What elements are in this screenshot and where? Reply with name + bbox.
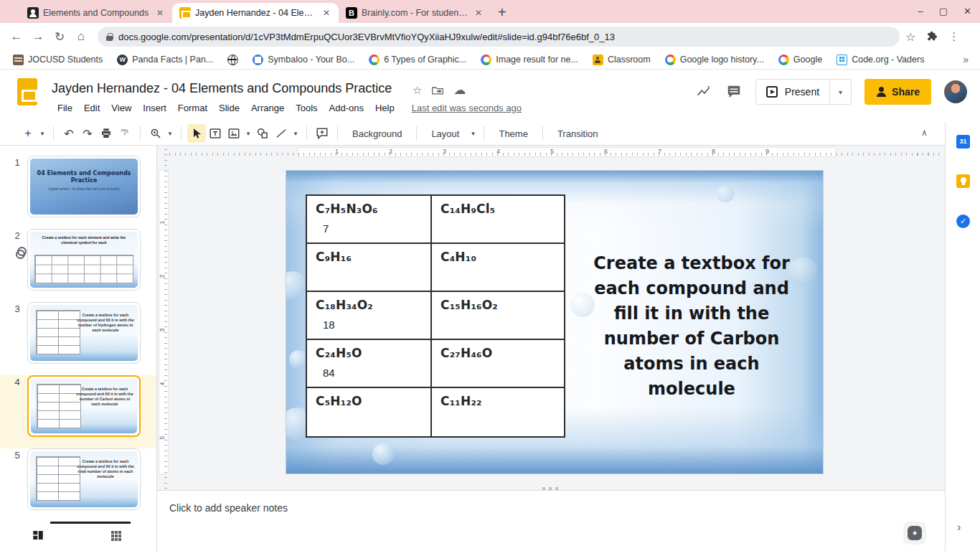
shape-icon[interactable]	[253, 124, 272, 143]
compound-cell[interactable]: C₁₁H₂₂	[432, 388, 564, 436]
compound-cell[interactable]: C₉H₁₆	[307, 244, 432, 291]
line-caret[interactable]: ▾	[291, 130, 301, 137]
slide-thumbnail-row-4-selected[interactable]: 4 Create a textbox for each compound and…	[0, 375, 156, 448]
slide-editor-page[interactable]: C₇H₅N₃O₆ 7 C₁₄H₉Cl₅ C₉H₁₆ C₄H₁₀	[286, 170, 824, 474]
undo-icon[interactable]: ↶	[60, 124, 78, 143]
home-icon[interactable]: ⌂	[70, 29, 92, 44]
url-text[interactable]: docs.google.com/presentation/d/1cVP3tMdm…	[118, 32, 615, 42]
present-button[interactable]: Present ▾	[755, 79, 852, 105]
line-tool-icon[interactable]	[272, 124, 291, 143]
close-window-button[interactable]: ✕	[963, 6, 971, 17]
slide-instruction-text[interactable]: Create a textbox for each compound and f…	[583, 251, 800, 402]
slide-canvas-area[interactable]: 1 2 3 4 5 6 7 8 9 1 2 3 4 5	[157, 146, 945, 490]
compound-cell[interactable]: C₂₇H₄₆O	[432, 340, 564, 387]
extensions-puzzle-icon[interactable]	[925, 30, 938, 43]
slide-1-thumbnail[interactable]: 04 Elements and Compounds Practice (digi…	[27, 156, 141, 217]
compound-cell[interactable]: C₁₅H₁₆O₂	[432, 292, 564, 339]
slide-thumbnail-row-3[interactable]: 3 Create a textbox for each compound and…	[0, 302, 156, 375]
print-icon[interactable]	[97, 124, 116, 143]
slide-thumbnail-row-1[interactable]: 1 04 Elements and Compounds Practice (di…	[0, 156, 156, 229]
slide-5-thumbnail[interactable]: Create a textbox for each compound and f…	[27, 448, 141, 510]
grid-view-icon[interactable]	[109, 529, 122, 542]
bookmark-codeorg[interactable]: Code.org - Vaders	[831, 52, 930, 67]
notes-resize-handle[interactable]	[542, 487, 558, 490]
student-answer-textbox[interactable]: 7	[323, 222, 430, 235]
select-tool-icon[interactable]	[187, 124, 206, 143]
bookmark-classroom[interactable]: Classroom	[587, 52, 656, 67]
new-tab-button[interactable]: +	[498, 4, 507, 21]
menu-addons[interactable]: Add-ons	[324, 100, 369, 116]
speaker-notes-area[interactable]: Click to add speaker notes ✦	[157, 490, 945, 551]
keep-icon[interactable]	[956, 174, 970, 188]
close-tab-icon[interactable]: ✕	[154, 7, 166, 19]
compound-cell[interactable]: C₄H₁₀	[432, 244, 564, 291]
bookmark-google-logo-history[interactable]: Google logo history...	[659, 52, 770, 67]
new-slide-caret[interactable]: ▾	[37, 130, 47, 137]
collapse-toolbar-icon[interactable]: ∧	[921, 128, 928, 138]
background-button[interactable]: Background	[344, 128, 410, 139]
bookmarks-overflow-icon[interactable]: »	[963, 54, 969, 65]
tab-jayden-hernandez-active[interactable]: Jayden Hernandez - 04 Element ✕	[172, 3, 339, 23]
zoom-caret[interactable]: ▾	[165, 130, 175, 137]
zoom-icon[interactable]	[146, 124, 165, 143]
insert-image-icon[interactable]	[225, 124, 243, 143]
compound-cell[interactable]: C₇H₅N₃O₆ 7	[307, 196, 432, 242]
close-tab-icon[interactable]: ✕	[472, 7, 485, 19]
layout-button[interactable]: Layout	[423, 128, 468, 139]
menu-view[interactable]: View	[105, 100, 137, 116]
slides-logo-icon[interactable]	[17, 78, 37, 105]
bookmark-6-types[interactable]: 6 Types of Graphic...	[363, 52, 472, 67]
slide-2-thumbnail[interactable]: Create a textbox for each element and wr…	[27, 229, 141, 291]
compound-cell[interactable]: C₂₄H₅O 84	[307, 340, 432, 387]
bookmark-symbaloo[interactable]: Symbaloo - Your Bo...	[247, 52, 360, 67]
tab-brainly[interactable]: B Brainly.com - For students. By st ✕	[339, 3, 491, 23]
redo-icon[interactable]: ↷	[78, 124, 97, 143]
filmstrip-view-icon[interactable]	[32, 529, 44, 542]
back-icon[interactable]: ←	[6, 29, 27, 44]
menu-format[interactable]: Format	[172, 100, 213, 116]
student-answer-textbox[interactable]: 18	[323, 319, 430, 331]
minimize-button[interactable]: –	[918, 6, 923, 17]
last-edit-status[interactable]: Last edit was seconds ago	[412, 103, 522, 113]
menu-file[interactable]: File	[52, 100, 78, 116]
new-slide-button[interactable]: +	[19, 124, 37, 143]
layout-caret[interactable]: ▾	[468, 130, 478, 137]
document-title[interactable]: Jayden Hernandez - 04 Elements and Compo…	[52, 81, 392, 96]
move-folder-icon[interactable]	[432, 85, 443, 95]
bookmark-panda-facts[interactable]: WPanda Facts | Pan...	[111, 52, 219, 67]
close-tab-icon[interactable]: ✕	[320, 7, 333, 19]
text-box-icon[interactable]	[206, 124, 225, 143]
browser-menu-icon[interactable]: ⋮	[948, 30, 959, 43]
menu-slide[interactable]: Slide	[213, 100, 245, 116]
address-bar[interactable]: docs.google.com/presentation/d/1cVP3tMdm…	[98, 27, 900, 47]
star-icon[interactable]: ☆	[413, 84, 422, 97]
slide-thumbnail-row-5[interactable]: 5 Create a textbox for each compound and…	[0, 448, 156, 522]
bookmark-google[interactable]: Google	[773, 52, 828, 67]
compound-cell[interactable]: C₁₈H₃₄O₂ 18	[307, 292, 432, 339]
transition-button[interactable]: Transition	[549, 128, 607, 139]
speaker-notes-placeholder[interactable]: Click to add speaker notes	[169, 502, 288, 514]
image-caret[interactable]: ▾	[243, 130, 253, 137]
maximize-button[interactable]: ▢	[939, 6, 948, 17]
filmstrip-scrollbar[interactable]	[50, 522, 131, 524]
slide-4-thumbnail[interactable]: Create a textbox for each compound and f…	[27, 375, 141, 437]
slide-3-thumbnail[interactable]: Create a textbox for each compound and f…	[27, 302, 141, 364]
bookmark-globe[interactable]	[222, 52, 244, 67]
present-dropdown-caret[interactable]: ▾	[829, 79, 851, 105]
bookmark-image-result[interactable]: Image result for ne...	[475, 52, 584, 67]
insert-comment-icon[interactable]	[313, 124, 331, 143]
theme-button[interactable]: Theme	[490, 128, 536, 139]
compound-cell[interactable]: C₁₄H₉Cl₅	[432, 196, 564, 242]
forward-icon[interactable]: →	[27, 29, 49, 44]
explore-button[interactable]: ✦	[903, 522, 926, 545]
side-panel-chevron-icon[interactable]: ›	[957, 521, 961, 534]
comment-icon[interactable]	[725, 83, 743, 100]
account-avatar[interactable]	[944, 80, 967, 103]
tasks-icon[interactable]: ✓	[956, 215, 970, 228]
share-button[interactable]: Share	[864, 79, 931, 105]
activity-trending-icon[interactable]	[695, 83, 712, 100]
student-answer-textbox[interactable]: 84	[323, 367, 430, 379]
compound-table[interactable]: C₇H₅N₃O₆ 7 C₁₄H₉Cl₅ C₉H₁₆ C₄H₁₀	[306, 194, 565, 438]
tab-elements-and-compounds[interactable]: Elements and Compounds ✕	[20, 3, 172, 23]
bookmark-jocusd[interactable]: JOCUSD Students	[7, 52, 108, 67]
